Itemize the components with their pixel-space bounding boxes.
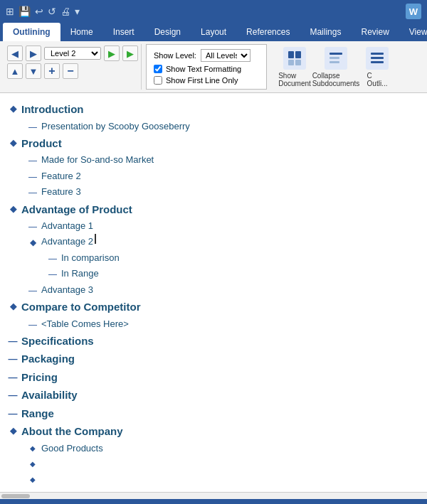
svg-rect-0	[288, 51, 294, 58]
item-text: Presentation by Scooby Gooseberry	[41, 119, 190, 134]
promote-button[interactable]: ◀	[7, 45, 23, 61]
bullet-icon: —	[47, 266, 58, 282]
show-level-panel: Show Level: All Levels Level 1 Level 2 S…	[146, 44, 267, 90]
title-bar: ⊞ 💾 ↩ ↺ 🖨 ▾ W	[0, 0, 427, 23]
show-text-formatting-row: Show Text Formatting	[154, 65, 259, 73]
level-dropdown[interactable]: Level 2 Level 1 Level 3	[44, 47, 101, 60]
text-cursor	[95, 234, 96, 244]
item-text: Packaging	[21, 350, 75, 368]
outline-arrows-row: ▲ ▼ + −	[7, 63, 138, 79]
close-outline-button[interactable]: COutli...	[359, 47, 395, 87]
bullet-icon: —	[27, 152, 38, 168]
list-item: ◆ About the Company	[7, 422, 416, 441]
tab-home[interactable]: Home	[60, 23, 103, 41]
show-first-line-label: Show First Line Only	[166, 76, 238, 85]
item-text: Good Products	[41, 441, 103, 456]
move-right-arrow[interactable]: ▶	[122, 45, 138, 61]
item-text: Compare to Competitor	[21, 298, 141, 316]
bullet-icon: ◆	[27, 234, 38, 250]
bullet-icon: ◆	[27, 472, 38, 486]
list-item: — Packaging	[7, 350, 416, 368]
item-text: Advantage of Product	[21, 200, 132, 219]
tab-review[interactable]: Review	[351, 23, 399, 41]
more-icon[interactable]: ▾	[75, 6, 80, 17]
grid-icon[interactable]: ⊞	[6, 6, 14, 17]
list-item: ◆ Introduction	[7, 100, 416, 119]
list-item: — Presentation by Scooby Gooseberry	[27, 119, 416, 134]
bullet-icon: —	[7, 386, 19, 403]
ribbon-btns-group: ShowDocument CollapseSubdocuments COutli…	[271, 44, 401, 90]
svg-rect-3	[295, 60, 301, 65]
show-first-line-row: Show First Line Only	[154, 76, 259, 85]
list-item: — Feature 3	[27, 184, 416, 200]
item-text: Advantage 3	[41, 282, 93, 298]
demote-button[interactable]: ▶	[26, 45, 41, 61]
print-icon[interactable]: 🖨	[60, 6, 70, 17]
horizontal-scrollbar[interactable]	[0, 492, 427, 499]
tab-references[interactable]: References	[236, 23, 300, 41]
list-item: — Advantage 1	[27, 218, 416, 234]
list-item: — Advantage 3	[27, 282, 416, 298]
item-text: Made for So-and-so Market	[41, 152, 154, 168]
ribbon-tabs: Outlining Home Insert Design Layout Refe…	[0, 23, 427, 41]
list-item: — Feature 2	[27, 168, 416, 184]
move-up-arrow[interactable]: ▶	[104, 45, 120, 61]
redo-icon[interactable]: ↺	[48, 6, 56, 17]
bullet-icon: —	[7, 368, 19, 385]
show-level-dropdown[interactable]: All Levels Level 1 Level 2	[201, 49, 251, 62]
bullet-icon: ◆	[7, 100, 19, 116]
item-text: Feature 3	[41, 184, 81, 200]
bullet-icon: —	[7, 332, 19, 349]
tab-insert[interactable]: Insert	[103, 23, 144, 41]
item-text: Advantage 2	[41, 234, 93, 250]
bullet-icon: ◆	[27, 441, 38, 454]
item-text: Feature 2	[41, 168, 81, 184]
list-item: ◆	[27, 456, 416, 472]
svg-rect-6	[330, 61, 339, 63]
item-text: About the Company	[21, 422, 123, 441]
expand-button[interactable]: +	[44, 63, 60, 79]
show-document-label: ShowDocument	[278, 72, 311, 87]
bullet-icon: —	[27, 119, 38, 134]
item-text: Introduction	[21, 100, 83, 119]
tab-layout[interactable]: Layout	[191, 23, 236, 41]
bullet-icon: ◆	[27, 456, 38, 470]
tab-design[interactable]: Design	[144, 23, 191, 41]
list-item: ◆ Compare to Competitor	[7, 298, 416, 316]
bullet-icon: —	[7, 404, 19, 422]
item-text: <Table Comes Here>	[41, 316, 129, 332]
collapse-button[interactable]: −	[63, 63, 78, 79]
bullet-icon: ◆	[7, 134, 19, 150]
list-item: — In Range	[47, 266, 416, 282]
ribbon-body: ◀ ▶ Level 2 Level 1 Level 3 ▶ ▶ ▲ ▼ + − …	[0, 41, 427, 93]
move-down-button[interactable]: ▼	[26, 63, 41, 79]
bullet-icon: —	[47, 250, 58, 266]
svg-rect-2	[288, 60, 294, 65]
tab-outlining[interactable]: Outlining	[3, 23, 60, 41]
show-first-line-checkbox[interactable]	[154, 76, 162, 85]
bullet-icon: ◆	[7, 298, 19, 313]
collapse-subdocuments-button[interactable]: CollapseSubdocuments	[318, 47, 354, 87]
close-outline-label: COutli...	[367, 72, 388, 87]
bullet-icon: —	[27, 316, 38, 332]
save-icon[interactable]: 💾	[19, 6, 31, 17]
item-text: In Range	[61, 266, 99, 282]
svg-rect-4	[330, 53, 342, 55]
list-item: — Range	[7, 404, 416, 423]
collapse-subdocs-icon	[325, 47, 347, 70]
scroll-thumb[interactable]	[1, 494, 30, 498]
show-document-button[interactable]: ShowDocument	[277, 47, 312, 87]
item-text: In comparison	[61, 250, 120, 266]
list-item: ◆ Product	[7, 134, 416, 153]
item-text: Availability	[21, 386, 78, 404]
title-bar-controls: ⊞ 💾 ↩ ↺ 🖨 ▾	[6, 6, 80, 17]
tab-view[interactable]: View	[399, 23, 427, 41]
show-text-formatting-checkbox[interactable]	[154, 65, 162, 73]
svg-rect-7	[371, 53, 384, 55]
tab-mailings[interactable]: Mailings	[300, 23, 351, 41]
undo-icon[interactable]: ↩	[35, 6, 43, 17]
show-document-icon	[283, 47, 306, 70]
status-bar	[0, 499, 427, 504]
move-up-button[interactable]: ▲	[7, 63, 23, 79]
show-text-formatting-label: Show Text Formatting	[166, 65, 241, 73]
